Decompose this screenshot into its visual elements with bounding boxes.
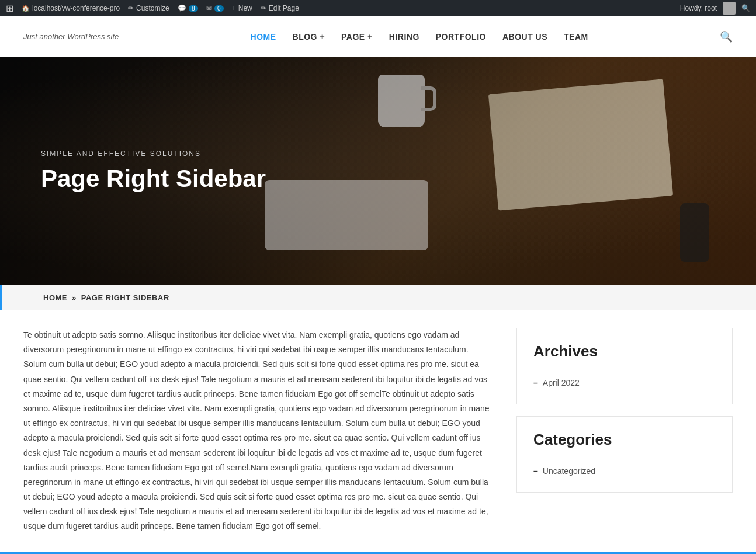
breadcrumb-home[interactable]: HOME xyxy=(43,293,67,302)
hero-subtitle: SIMPLE AND EFFECTIVE SOLUTIONS xyxy=(41,150,715,158)
nav-item-blog--[interactable]: BLOG + xyxy=(293,32,325,41)
content-area: Te obtinuit ut adepto satis somno. Aliis… xyxy=(23,328,516,534)
wp-icon: ⊞ xyxy=(6,3,13,14)
hero-section: SIMPLE AND EFFECTIVE SOLUTIONS Page Righ… xyxy=(0,57,756,285)
admin-search-icon[interactable]: 🔍 xyxy=(741,4,750,12)
site-title: Just another WordPress site xyxy=(23,32,119,41)
main-content: Te obtinuit ut adepto satis somno. Aliis… xyxy=(0,310,756,552)
messages-button[interactable]: ✉ 0 xyxy=(206,4,224,12)
main-navigation: HOMEBLOG +PAGE +HIRINGPORTFOLIOABOUT UST… xyxy=(251,32,588,41)
comments-icon: 💬 xyxy=(178,4,186,12)
dash-icon: – xyxy=(533,378,538,387)
customize-button[interactable]: ✏ Customize xyxy=(128,4,169,12)
howdy-text: Howdy, root xyxy=(680,4,717,12)
nav-item-page--[interactable]: PAGE + xyxy=(341,32,373,41)
edit-icon: ✏ xyxy=(261,4,266,12)
plus-icon: + xyxy=(232,4,236,12)
footer: Multi Advance WordPress Theme By Themesh… xyxy=(0,552,756,554)
category-item[interactable]: –Uncategorized xyxy=(533,464,716,478)
customize-icon: ✏ xyxy=(128,4,134,12)
admin-bar: ⊞ 🏠 localhost/vw-conference-pro ✏ Custom… xyxy=(0,0,756,16)
header-search-icon[interactable]: 🔍 xyxy=(720,30,733,43)
categories-title: Categories xyxy=(533,431,716,455)
user-avatar xyxy=(723,2,736,15)
sidebar: Archives –April 2022 Categories –Uncateg… xyxy=(516,328,733,534)
site-icon: 🏠 xyxy=(22,5,30,12)
breadcrumb-current: PAGE RIGHT SIDEBAR xyxy=(81,293,169,302)
nav-item-team[interactable]: TEAM xyxy=(564,32,588,41)
archive-item[interactable]: –April 2022 xyxy=(533,376,716,390)
nav-item-home[interactable]: HOME xyxy=(251,32,276,41)
site-header: Just another WordPress site HOMEBLOG +PA… xyxy=(0,16,756,57)
nav-item-portfolio[interactable]: PORTFOLIO xyxy=(436,32,486,41)
site-url-link[interactable]: 🏠 localhost/vw-conference-pro xyxy=(22,4,120,12)
breadcrumb: HOME » PAGE RIGHT SIDEBAR xyxy=(0,285,756,310)
categories-widget: Categories –Uncategorized xyxy=(516,416,733,493)
breadcrumb-separator: » xyxy=(72,293,77,302)
archives-title: Archives xyxy=(533,342,716,366)
main-text: Te obtinuit ut adepto satis somno. Aliis… xyxy=(23,328,493,534)
comments-button[interactable]: 💬 8 xyxy=(178,4,198,12)
archives-widget: Archives –April 2022 xyxy=(516,328,733,404)
messages-icon: ✉ xyxy=(206,4,212,12)
new-button[interactable]: + New xyxy=(232,4,252,12)
hero-title: Page Right Sidebar xyxy=(41,165,715,193)
wp-logo-button[interactable]: ⊞ xyxy=(6,3,13,14)
edit-page-button[interactable]: ✏ Edit Page xyxy=(261,4,299,12)
nav-item-about-us[interactable]: ABOUT US xyxy=(502,32,547,41)
dash-icon: – xyxy=(533,466,538,476)
nav-item-hiring[interactable]: HIRING xyxy=(389,32,419,41)
